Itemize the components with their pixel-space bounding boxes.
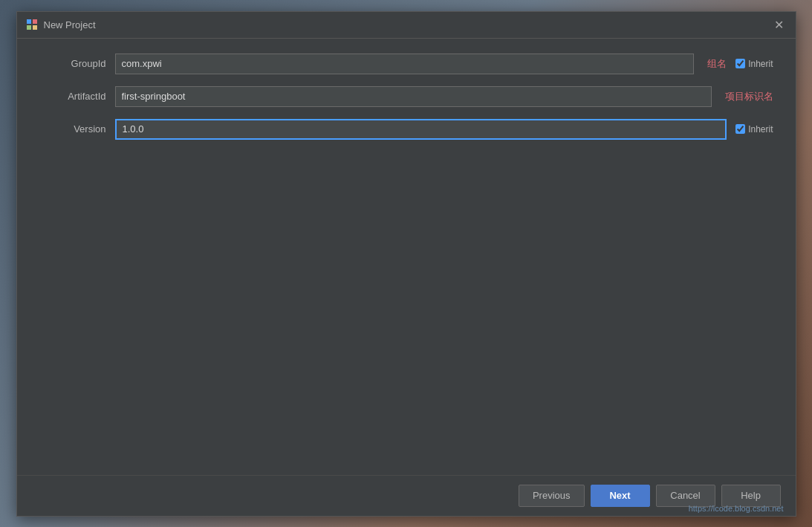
svg-rect-2 (27, 25, 31, 30)
dialog-content: GroupId 组名 Inherit ArtifactId 项目标识名 Vers… (17, 39, 796, 475)
version-inherit-label: Inherit (748, 124, 773, 135)
groupid-annotation: 组名 (707, 57, 727, 71)
version-label: Version (39, 123, 106, 135)
groupid-inherit[interactable]: Inherit (735, 59, 773, 69)
svg-rect-1 (33, 19, 37, 24)
groupid-input[interactable] (115, 54, 695, 74)
next-button[interactable]: Next (591, 485, 650, 507)
artifactid-row: ArtifactId 项目标识名 (39, 86, 773, 107)
groupid-inherit-label: Inherit (748, 59, 773, 69)
artifactid-input[interactable] (115, 86, 712, 107)
close-button[interactable]: ✕ (772, 17, 787, 32)
version-input[interactable] (115, 119, 727, 140)
dialog-title: New Project (44, 19, 96, 30)
new-project-dialog: New Project ✕ GroupId 组名 Inherit Artifac… (16, 11, 796, 517)
groupid-row: GroupId 组名 Inherit (39, 54, 773, 74)
previous-button[interactable]: Previous (519, 485, 585, 507)
svg-rect-3 (33, 25, 37, 30)
footer-url: https://icode.blog.csdn.net (689, 504, 784, 513)
version-row: Version Inherit (39, 119, 773, 140)
groupid-inherit-checkbox[interactable] (735, 59, 745, 68)
version-inherit[interactable]: Inherit (735, 124, 773, 135)
dialog-footer: Previous Next Cancel Help https://icode.… (17, 475, 796, 516)
groupid-label: GroupId (39, 58, 106, 69)
title-bar: New Project ✕ (17, 12, 796, 39)
artifactid-annotation: 项目标识名 (725, 90, 773, 103)
artifactid-label: ArtifactId (39, 91, 106, 102)
version-inherit-checkbox[interactable] (735, 124, 745, 134)
project-icon (26, 19, 38, 30)
title-left: New Project (26, 19, 96, 30)
svg-rect-0 (27, 19, 31, 24)
